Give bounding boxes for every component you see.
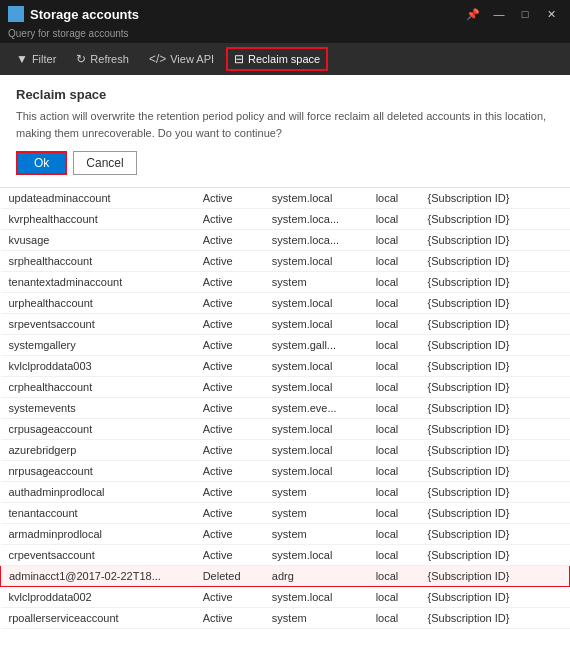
account-subscription: {Subscription ID} [420,524,570,545]
account-domain: system.local [264,377,368,398]
accounts-table: updateadminaccountActivesystem.localloca… [0,188,570,629]
account-subscription: {Subscription ID} [420,503,570,524]
ok-button[interactable]: Ok [16,151,67,175]
account-domain: system.loca... [264,209,368,230]
account-subscription: {Subscription ID} [420,293,570,314]
account-location: local [368,587,420,608]
account-name: systemevents [1,398,195,419]
app-icon [8,6,24,22]
account-subscription: {Subscription ID} [420,188,570,209]
account-status: Active [195,293,264,314]
table-row[interactable]: srpeventsaccountActivesystem.locallocal{… [1,314,570,335]
account-domain: system [264,608,368,629]
account-status: Active [195,608,264,629]
account-name: adminacct1@2017-02-22T18... [1,566,195,587]
maximize-button[interactable]: □ [514,5,536,23]
account-domain: system.local [264,419,368,440]
account-domain: system.local [264,314,368,335]
account-domain: system.eve... [264,398,368,419]
table-row[interactable]: azurebridgerpActivesystem.locallocal{Sub… [1,440,570,461]
reclaim-description: This action will overwrite the retention… [16,108,554,141]
table-row[interactable]: rpoallerserviceaccountActivesystemlocal{… [1,608,570,629]
pin-button[interactable]: 📌 [462,5,484,23]
table-row[interactable]: crpeventsaccountActivesystem.locallocal{… [1,545,570,566]
account-subscription: {Subscription ID} [420,272,570,293]
account-location: local [368,566,420,587]
table-row[interactable]: updateadminaccountActivesystem.localloca… [1,188,570,209]
account-status: Active [195,209,264,230]
account-name: updateadminaccount [1,188,195,209]
filter-button[interactable]: ▼ Filter [8,47,64,71]
account-status: Active [195,188,264,209]
account-name: kvrphealthaccount [1,209,195,230]
reclaim-title: Reclaim space [16,87,554,102]
account-domain: system.local [264,545,368,566]
table-row[interactable]: systemgalleryActivesystem.gall...local{S… [1,335,570,356]
account-status: Active [195,482,264,503]
account-location: local [368,209,420,230]
account-name: crpeventsaccount [1,545,195,566]
table-row[interactable]: nrpusageaccountActivesystem.locallocal{S… [1,461,570,482]
account-status: Active [195,230,264,251]
account-name: authadminprodlocal [1,482,195,503]
account-subscription: {Subscription ID} [420,398,570,419]
account-name: crpusageaccount [1,419,195,440]
account-location: local [368,482,420,503]
account-subscription: {Subscription ID} [420,482,570,503]
account-domain: system [264,272,368,293]
table-row[interactable]: srphealthaccountActivesystem.locallocal{… [1,251,570,272]
account-domain: system.gall... [264,335,368,356]
cancel-button[interactable]: Cancel [73,151,136,175]
table-row[interactable]: tenantaccountActivesystemlocal{Subscript… [1,503,570,524]
account-domain: system [264,503,368,524]
table-row[interactable]: kvlclproddata003Activesystem.locallocal{… [1,356,570,377]
account-subscription: {Subscription ID} [420,440,570,461]
account-location: local [368,419,420,440]
account-subscription: {Subscription ID} [420,335,570,356]
svg-rect-1 [12,8,16,11]
reclaim-banner: Reclaim space This action will overwrite… [0,75,570,188]
reclaim-space-button[interactable]: ⊟ Reclaim space [226,47,328,71]
account-subscription: {Subscription ID} [420,461,570,482]
account-name: systemgallery [1,335,195,356]
account-status: Active [195,251,264,272]
table-row[interactable]: kvlclproddata002Activesystem.locallocal{… [1,587,570,608]
table-row[interactable]: crphealthaccountActivesystem.locallocal{… [1,377,570,398]
table-row[interactable]: kvrphealthaccountActivesystem.loca...loc… [1,209,570,230]
account-domain: system.local [264,293,368,314]
filter-icon: ▼ [16,52,28,66]
account-location: local [368,272,420,293]
account-name: crphealthaccount [1,377,195,398]
account-name: tenantaccount [1,503,195,524]
table-row[interactable]: crpusageaccountActivesystem.locallocal{S… [1,419,570,440]
table-row[interactable]: systemeventsActivesystem.eve...local{Sub… [1,398,570,419]
account-status: Active [195,524,264,545]
refresh-button[interactable]: ↻ Refresh [68,47,137,71]
account-name: nrpusageaccount [1,461,195,482]
account-name: azurebridgerp [1,440,195,461]
account-location: local [368,377,420,398]
main-window: Storage accounts 📌 — □ ✕ Query for stora… [0,0,570,661]
table-row[interactable]: armadminprodlocalActivesystemlocal{Subsc… [1,524,570,545]
table-row[interactable]: kvusageActivesystem.loca...local{Subscri… [1,230,570,251]
account-name: srpeventsaccount [1,314,195,335]
table-row[interactable]: adminacct1@2017-02-22T18...Deletedadrglo… [1,566,570,587]
minimize-button[interactable]: — [488,5,510,23]
account-location: local [368,398,420,419]
account-status: Active [195,377,264,398]
table-row[interactable]: urphealthaccountActivesystem.locallocal{… [1,293,570,314]
account-status: Active [195,503,264,524]
table-row[interactable]: authadminprodlocalActivesystemlocal{Subs… [1,482,570,503]
account-location: local [368,503,420,524]
account-name: kvlclproddata002 [1,587,195,608]
view-api-button[interactable]: </> View API [141,47,222,71]
table-row[interactable]: tenantextadminaccountActivesystemlocal{S… [1,272,570,293]
account-status: Deleted [195,566,264,587]
svg-rect-0 [10,10,22,19]
account-domain: system.local [264,251,368,272]
account-subscription: {Subscription ID} [420,209,570,230]
account-domain: system.local [264,188,368,209]
close-button[interactable]: ✕ [540,5,562,23]
account-subscription: {Subscription ID} [420,314,570,335]
content-area: Reclaim space This action will overwrite… [0,75,570,661]
